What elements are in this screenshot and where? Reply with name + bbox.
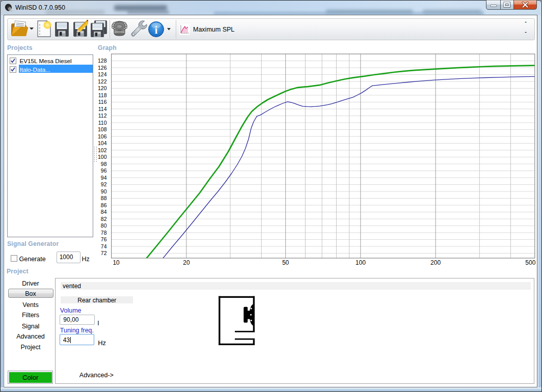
svg-text:200: 200 [430, 259, 441, 266]
svg-text:114: 114 [98, 106, 107, 112]
svg-text:106: 106 [98, 133, 107, 139]
svg-text:82: 82 [101, 216, 107, 222]
svg-text:128: 128 [98, 58, 107, 64]
svg-text:74: 74 [101, 243, 107, 249]
svg-text:90: 90 [101, 188, 107, 194]
svg-text:120: 120 [98, 85, 107, 91]
svg-text:88: 88 [101, 195, 107, 201]
svg-text:78: 78 [101, 230, 107, 236]
svg-text:124: 124 [98, 71, 107, 77]
svg-text:92: 92 [101, 181, 107, 187]
svg-text:10: 10 [113, 259, 120, 266]
svg-text:102: 102 [98, 147, 107, 153]
svg-text:84: 84 [101, 209, 107, 215]
svg-text:76: 76 [101, 236, 107, 242]
svg-text:100: 100 [356, 259, 366, 266]
svg-text:108: 108 [98, 126, 107, 132]
svg-text:20: 20 [183, 259, 190, 266]
svg-text:122: 122 [98, 78, 107, 85]
svg-text:104: 104 [98, 140, 107, 146]
svg-text:50: 50 [282, 259, 289, 266]
svg-text:86: 86 [101, 202, 107, 208]
svg-text:112: 112 [98, 113, 107, 119]
svg-text:80: 80 [101, 222, 107, 229]
svg-text:72: 72 [101, 250, 107, 256]
svg-text:116: 116 [98, 99, 107, 105]
svg-text:126: 126 [98, 65, 107, 71]
svg-text:96: 96 [101, 167, 107, 174]
svg-text:110: 110 [98, 120, 107, 126]
svg-text:500: 500 [525, 259, 535, 266]
svg-text:100: 100 [98, 154, 107, 160]
svg-text:98: 98 [101, 161, 107, 167]
svg-text:94: 94 [101, 175, 107, 181]
svg-text:118: 118 [98, 92, 107, 98]
